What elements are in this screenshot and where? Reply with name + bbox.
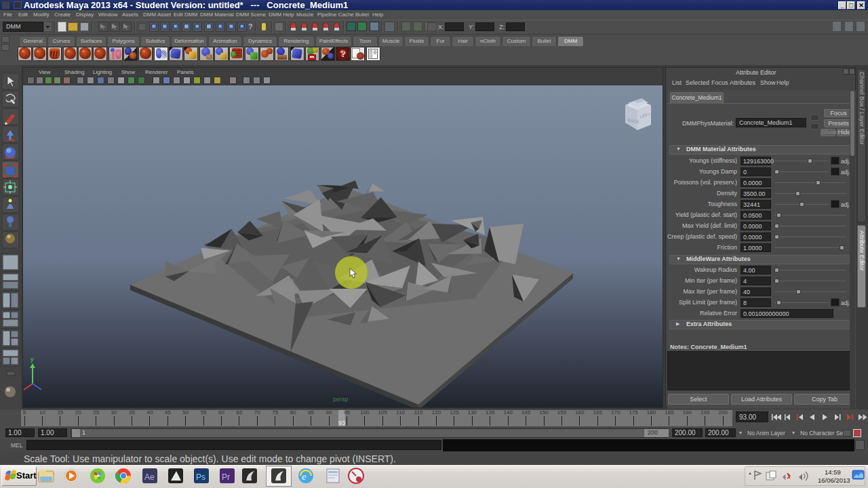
svg-text:y: y — [31, 356, 34, 363]
svg-text:Pr: Pr — [222, 472, 230, 482]
svg-text:persp: persp — [333, 396, 349, 403]
svg-text:Ps: Ps — [196, 472, 205, 482]
svg-text:Ae: Ae — [144, 472, 155, 482]
svg-text:e: e — [302, 471, 307, 482]
